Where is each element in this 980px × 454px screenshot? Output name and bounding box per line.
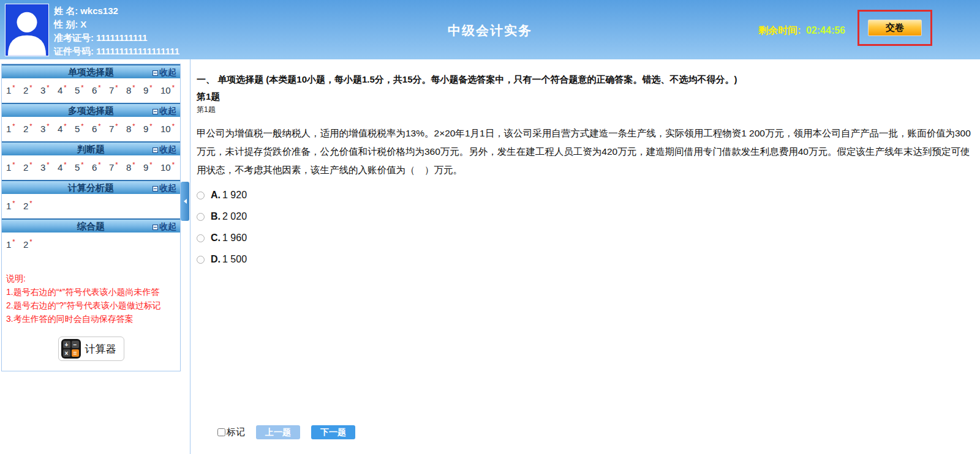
collapse-box-icon [153, 225, 158, 230]
question-link[interactable]: 10* [160, 84, 178, 95]
question-link[interactable]: 8* [126, 84, 143, 95]
question-link[interactable]: 10* [160, 122, 178, 134]
question-link[interactable]: 8* [126, 161, 143, 173]
option-radio[interactable] [197, 234, 205, 242]
question-link[interactable]: 1* [6, 161, 23, 173]
mark-question-control[interactable]: 标记 [217, 426, 245, 438]
question-link[interactable]: 6* [92, 161, 109, 173]
answer-option-A[interactable]: A.1 920 [197, 190, 975, 201]
user-id-label: 证件号码: [54, 46, 94, 56]
question-link[interactable]: 2* [23, 161, 40, 173]
note-line: 1.题号右边的“*”符号代表该小题尚未作答 [6, 285, 180, 299]
collapse-box-icon [153, 70, 158, 76]
answer-option-B[interactable]: B.2 020 [197, 211, 975, 222]
unanswered-star: * [98, 161, 100, 168]
question-link[interactable]: 2* [23, 84, 40, 95]
calc-plus-key: + [63, 341, 70, 348]
question-link[interactable]: 10* [160, 161, 178, 173]
collapse-link[interactable]: 收起 [153, 221, 176, 233]
question-link[interactable]: 9* [143, 161, 160, 173]
next-question-button[interactable]: 下一题 [311, 425, 355, 439]
user-id-value: 111111111111111111 [96, 46, 179, 56]
question-link[interactable]: 2* [23, 122, 40, 134]
question-link[interactable]: 4* [58, 122, 75, 134]
question-link[interactable]: 9* [143, 84, 160, 95]
option-text: 1 500 [222, 254, 247, 265]
avatar [5, 4, 49, 56]
question-link[interactable]: 1* [6, 238, 23, 250]
question-link[interactable]: 5* [75, 161, 92, 173]
question-link[interactable]: 5* [75, 122, 92, 134]
mark-label: 标记 [227, 426, 245, 438]
user-name-value: wkcs132 [80, 6, 118, 16]
section-question-list: 1*2*3*4*5*6*7*8*9*10* [2, 78, 180, 102]
option-text: 1 960 [222, 233, 247, 244]
question-link[interactable]: 4* [58, 84, 75, 95]
question-link[interactable]: 1* [6, 84, 23, 95]
unanswered-star: * [12, 238, 15, 245]
collapse-link[interactable]: 收起 [153, 144, 176, 155]
collapse-label: 收起 [159, 221, 176, 233]
unanswered-star: * [132, 161, 135, 168]
question-link[interactable]: 2* [23, 199, 40, 211]
section-question-list: 1*2*3*4*5*6*7*8*9*10* [2, 155, 180, 179]
question-link[interactable]: 7* [109, 122, 126, 134]
option-radio[interactable] [197, 256, 205, 264]
question-link[interactable]: 2* [23, 238, 40, 250]
notes-block: 说明: 1.题号右边的“*”符号代表该小题尚未作答 2.题号右边的“?”符号代表… [6, 272, 180, 326]
unanswered-star: * [81, 84, 83, 91]
question-nav-sections: 单项选择题收起1*2*3*4*5*6*7*8*9*10*多项选择题收起1*2*3… [2, 64, 180, 256]
unanswered-star: * [172, 161, 175, 168]
question-link[interactable]: 8* [126, 122, 143, 134]
unanswered-star: * [115, 84, 118, 91]
question-link[interactable]: 7* [109, 84, 126, 95]
option-radio[interactable] [197, 192, 205, 199]
question-link[interactable]: 4* [58, 161, 75, 173]
unanswered-star: * [115, 161, 118, 168]
collapse-link[interactable]: 收起 [153, 106, 176, 117]
previous-question-button[interactable]: 上一题 [256, 425, 300, 439]
collapse-label: 收起 [159, 106, 176, 117]
bottom-controls: 标记 上一题 下一题 [217, 425, 355, 439]
question-link[interactable]: 1* [6, 122, 23, 134]
collapse-link[interactable]: 收起 [153, 183, 176, 194]
question-link[interactable]: 6* [92, 84, 109, 95]
calculator-button[interactable]: +−×= 计算器 [58, 337, 124, 361]
submit-paper-button[interactable]: 交卷 [868, 20, 922, 36]
section-header-5: 综合题收起 [2, 218, 180, 233]
note-line: 2.题号右边的“?”符号代表该小题做过标记 [6, 299, 180, 312]
unanswered-star: * [29, 199, 32, 207]
answer-option-D[interactable]: D.1 500 [197, 254, 975, 265]
answer-option-C[interactable]: C.1 960 [197, 233, 975, 244]
question-link[interactable]: 3* [40, 84, 58, 95]
unanswered-star: * [149, 161, 152, 168]
question-link[interactable]: 3* [40, 161, 58, 173]
unanswered-star: * [132, 84, 135, 91]
user-ticket-label: 准考证号: [54, 32, 94, 43]
question-link[interactable]: 7* [109, 161, 126, 173]
question-link[interactable]: 3* [40, 122, 58, 134]
option-text: 2 020 [222, 211, 247, 222]
unanswered-star: * [12, 199, 15, 207]
unanswered-star: * [98, 84, 100, 91]
top-header: 姓 名:wkcs132 性 别:X 准考证号:11111111111 证件号码:… [0, 0, 980, 59]
submit-highlight-box: 交卷 [858, 10, 932, 46]
question-area: 一、 单项选择题 (本类题10小题，每小题1.5分，共15分。每小题备选答案中，… [190, 59, 980, 454]
calculator-icon: +−×= [61, 339, 81, 359]
option-radio[interactable] [197, 213, 205, 221]
collapse-box-icon [153, 186, 158, 192]
collapse-link[interactable]: 收起 [153, 67, 176, 78]
mark-checkbox[interactable] [217, 428, 225, 436]
question-link[interactable]: 6* [92, 122, 109, 134]
section-header-2: 多项选择题收起 [2, 103, 180, 117]
sidebar-collapse-handle[interactable] [181, 182, 189, 221]
question-link[interactable]: 1* [6, 199, 23, 211]
user-name-label: 姓 名: [54, 6, 78, 16]
option-letter: B. [211, 211, 221, 222]
collapse-label: 收起 [159, 183, 176, 194]
question-link[interactable]: 5* [75, 84, 92, 95]
unanswered-star: * [12, 161, 15, 168]
question-link[interactable]: 9* [143, 122, 160, 134]
unanswered-star: * [132, 122, 135, 130]
question-text: 甲公司为增值税一般纳税人，适用的增值税税率为13%。2×20年1月1日，该公司采… [197, 124, 975, 179]
